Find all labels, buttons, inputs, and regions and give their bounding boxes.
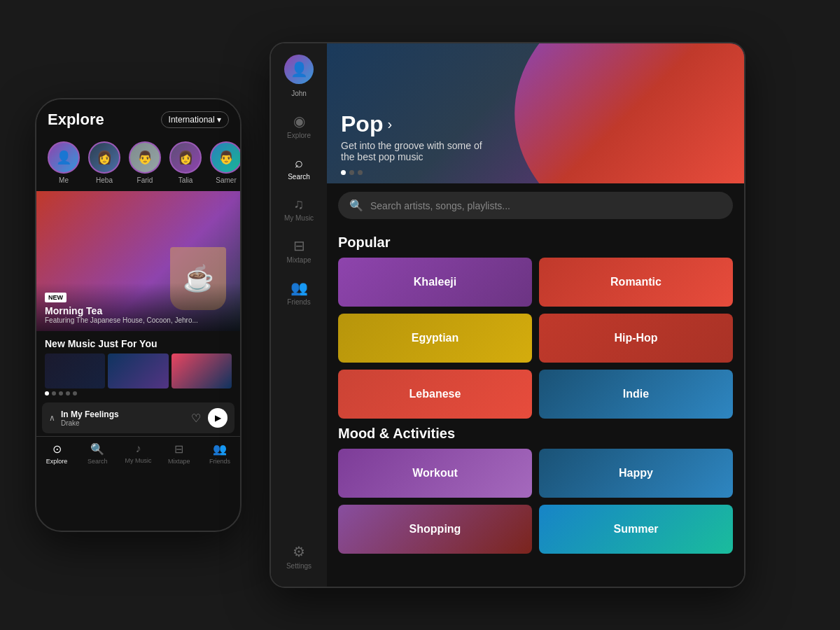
settings-sidebar-icon: ⚙	[293, 543, 305, 560]
chevron-up-icon: ∧	[49, 413, 55, 423]
genre-card-shopping[interactable]: Shopping	[338, 505, 532, 554]
sidebar-item-search[interactable]: ⌕ Search	[271, 149, 327, 186]
dot-2	[52, 391, 56, 396]
hero-banner[interactable]: Pop › Get into the groove with some of t…	[327, 43, 744, 183]
hero-content: Pop › Get into the groove with some of t…	[341, 111, 495, 162]
mood-genre-grid: Workout Happy Shopping Summer	[338, 449, 733, 554]
avatar-me[interactable]: 👤 Me	[48, 141, 80, 184]
avatar-talia[interactable]: 👩 Talia	[169, 141, 202, 184]
dot-5	[73, 391, 77, 396]
genre-card-happy[interactable]: Happy	[539, 449, 733, 498]
featured-title: Morning Tea	[45, 305, 232, 316]
sidebar-item-mymusic[interactable]: ♫ My Music	[271, 190, 327, 227]
sidebar-avatar[interactable]: 👤	[284, 55, 314, 84]
now-playing-controls: ♡ ▶	[191, 408, 227, 428]
mixtape-sidebar-icon: ⊟	[293, 237, 305, 254]
tablet-device: 👤 John ◉ Explore ⌕ Search ♫ My Music ⊟ M…	[270, 42, 746, 588]
hero-dot-3	[358, 170, 363, 175]
explore-nav-icon: ⊙	[52, 442, 62, 456]
genre-card-indie[interactable]: Indie	[539, 370, 733, 419]
search-sidebar-icon: ⌕	[295, 155, 303, 171]
play-button[interactable]: ▶	[208, 408, 227, 428]
phone-bottom-nav: ⊙ Explore 🔍 Search ♪ My Music ⊟ Mixtape …	[36, 436, 240, 468]
phone-nav-mixtape[interactable]: ⊟ Mixtape	[159, 442, 200, 465]
search-nav-label: Search	[88, 458, 108, 465]
sidebar-item-explore[interactable]: ◉ Explore	[271, 107, 327, 145]
hero-bg-visual	[514, 43, 744, 183]
tablet-sidebar: 👤 John ◉ Explore ⌕ Search ♫ My Music ⊟ M…	[271, 43, 327, 587]
sidebar-user-label: John	[291, 90, 307, 97]
sidebar-item-friends[interactable]: 👥 Friends	[271, 274, 327, 312]
avatar-samer[interactable]: 👨 Samer	[210, 141, 240, 184]
sidebar-item-mixtape[interactable]: ⊟ Mixtape	[271, 232, 327, 270]
mymusic-nav-label: My Music	[125, 457, 152, 464]
content-sections: Popular Khaleeji Romantic Egyptian Hip-H…	[327, 227, 744, 587]
avatar-farid[interactable]: 👨 Farid	[129, 141, 161, 184]
genre-card-workout[interactable]: Workout	[338, 449, 532, 498]
friends-sidebar-icon: 👥	[290, 279, 308, 296]
now-playing-info: In My Feelings Drake	[61, 410, 186, 427]
mood-section-heading: Mood & Activities	[338, 426, 733, 442]
search-nav-icon: 🔍	[90, 442, 104, 456]
thumbnail-3[interactable]	[172, 354, 232, 388]
sidebar-item-settings[interactable]: ⚙ Settings	[271, 538, 327, 575]
new-music-section: New Music Just For You	[36, 331, 240, 400]
search-placeholder-text: Search artists, songs, playlists...	[370, 200, 510, 211]
genre-card-summer[interactable]: Summer	[539, 505, 733, 554]
friends-nav-icon: 👥	[213, 442, 227, 456]
featured-subtitle: Featuring The Japanese House, Cocoon, Je…	[45, 316, 232, 324]
explore-nav-label: Explore	[46, 458, 68, 465]
new-badge: NEW	[45, 293, 66, 302]
search-icon: 🔍	[349, 199, 363, 212]
search-bar[interactable]: 🔍 Search artists, songs, playlists...	[338, 192, 733, 219]
search-bar-container: 🔍 Search artists, songs, playlists...	[327, 183, 744, 227]
mixtape-nav-icon: ⊟	[174, 442, 183, 456]
carousel-dots	[45, 391, 232, 396]
phone-explore-title: Explore	[48, 111, 104, 129]
mymusic-nav-icon: ♪	[136, 442, 141, 455]
genre-card-khaleeji[interactable]: Khaleeji	[338, 258, 532, 307]
genre-card-romantic[interactable]: Romantic	[539, 258, 733, 307]
avatar-heba[interactable]: 👩 Heba	[88, 141, 120, 184]
hero-arrow-icon: ›	[387, 116, 392, 132]
hero-dots	[341, 170, 363, 175]
phone-nav-explore[interactable]: ⊙ Explore	[36, 442, 77, 465]
friends-nav-label: Friends	[209, 458, 230, 465]
popular-section-heading: Popular	[338, 234, 733, 251]
thumbnail-2[interactable]	[108, 354, 168, 388]
genre-card-hiphop[interactable]: Hip-Hop	[539, 314, 733, 363]
tablet-main-content: Pop › Get into the groove with some of t…	[327, 43, 744, 587]
phone-nav-mymusic[interactable]: ♪ My Music	[118, 442, 158, 465]
explore-sidebar-icon: ◉	[293, 113, 305, 130]
now-playing-artist: Drake	[61, 419, 186, 427]
hero-subtitle: Get into the groove with some of the bes…	[341, 140, 495, 162]
hero-dot-2	[349, 170, 354, 175]
mymusic-sidebar-icon: ♫	[294, 196, 304, 212]
thumbnail-1[interactable]	[45, 354, 105, 388]
phone-featured-card[interactable]: ☕ NEW Morning Tea Featuring The Japanese…	[36, 191, 240, 331]
phone-dropdown[interactable]: International ▾	[161, 111, 229, 128]
dot-4	[66, 391, 70, 396]
phone-nav-friends[interactable]: 👥 Friends	[200, 442, 240, 465]
new-music-title: New Music Just For You	[45, 338, 232, 349]
heart-icon[interactable]: ♡	[191, 412, 201, 425]
genre-card-egyptian[interactable]: Egyptian	[338, 314, 532, 363]
thumbnails-row	[45, 354, 232, 388]
phone-header: Explore International ▾	[36, 99, 240, 136]
genre-card-lebanese[interactable]: Lebanese	[338, 370, 532, 419]
mixtape-nav-label: Mixtape	[168, 458, 190, 465]
dot-1	[45, 391, 49, 396]
popular-genre-grid: Khaleeji Romantic Egyptian Hip-Hop Leban…	[338, 258, 733, 419]
now-playing-bar[interactable]: ∧ In My Feelings Drake ♡ ▶	[42, 402, 234, 433]
phone-avatars-row: 👤 Me 👩 Heba 👨 Farid 👩 Talia 👨 Sam	[36, 136, 240, 191]
phone-device: Explore International ▾ 👤 Me 👩 Heba 👨 Fa…	[35, 98, 241, 532]
hero-dot-1	[341, 170, 346, 175]
now-playing-title: In My Feelings	[61, 410, 186, 419]
dot-3	[59, 391, 63, 396]
hero-title: Pop	[341, 111, 383, 137]
phone-nav-search[interactable]: 🔍 Search	[77, 442, 118, 465]
